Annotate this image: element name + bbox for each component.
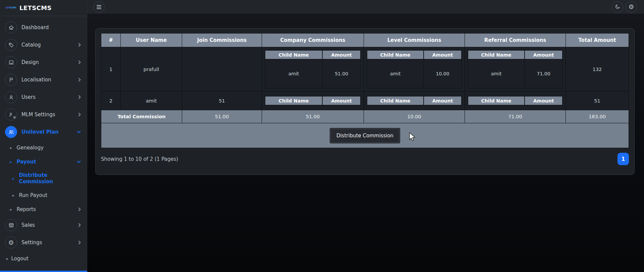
cell-user: prafull <box>121 47 182 91</box>
sidebar-item-distribute-commission[interactable]: ▸ Distribute Commission <box>0 169 87 188</box>
moon-icon <box>615 4 621 10</box>
chevron-right-icon <box>77 241 80 244</box>
col-header-total-amount: Total Amount <box>566 33 629 47</box>
col-header-level-commissions: Level Commissions <box>364 33 465 47</box>
letscms-logo-icon: LET SCMS <box>5 4 16 12</box>
table-header-row: # User Name Join Commissions Company Com… <box>101 33 629 47</box>
nested-header-amount: Amount <box>322 50 361 59</box>
hamburger-icon <box>97 5 101 9</box>
sidebar-item-reports[interactable]: ▸ Reports <box>0 202 87 216</box>
sidebar-item-settings[interactable]: ⚙ Settings <box>0 234 87 251</box>
total-commission-row: Total Commission 51.00 51.00 10.00 71.00… <box>101 110 629 123</box>
nested-cell-child: amit <box>265 59 322 88</box>
chevron-down-icon <box>77 129 80 133</box>
sidebar: LET SCMS LETSCMS Dashboard Catalog <box>0 0 87 272</box>
theme-toggle-button[interactable] <box>612 1 623 13</box>
distribute-commission-button[interactable]: Distribute Commission <box>330 129 399 143</box>
caret-icon: ▸ <box>12 177 14 181</box>
cell-level: Child Name Amount <box>364 91 465 110</box>
sidebar-item-genealogy[interactable]: ▸ Genealogy <box>0 141 87 155</box>
nested-header-child: Child Name <box>468 96 525 105</box>
cell-company: Child Name Amount amit 51.00 <box>262 47 364 91</box>
nested-header-child: Child Name <box>367 96 424 105</box>
sidebar-item-label: Distribute Commission <box>19 172 53 185</box>
sidebar-item-logout[interactable]: ▸ Logout <box>0 251 87 266</box>
nested-header-child: Child Name <box>468 50 525 59</box>
nested-company-table: Child Name Amount <box>265 96 361 106</box>
gear-icon: ⚙ <box>628 4 634 10</box>
sidebar-item-run-payout[interactable]: ▸ Run Payout <box>0 188 87 202</box>
sidebar-item-mlm-settings[interactable]: ⚙ MLM Settings <box>0 106 87 123</box>
cell-total: 132 <box>566 47 629 91</box>
sidebar-item-design[interactable]: Design <box>0 54 87 71</box>
chevron-right-icon <box>77 43 80 47</box>
tag-icon <box>5 39 17 51</box>
nested-header-amount: Amount <box>424 96 462 105</box>
nested-header-child: Child Name <box>265 96 322 105</box>
gear-icon: ⚙ <box>5 236 17 249</box>
sidebar-scrollbar[interactable] <box>0 271 87 272</box>
pagination-page-1[interactable]: 1 <box>618 153 629 165</box>
cell-user: amit <box>121 91 182 110</box>
sidebar-item-label: Users <box>21 94 36 100</box>
caret-icon: ▸ <box>6 257 8 261</box>
topbar: ⚙ <box>87 0 644 14</box>
nested-cell-amount: 10.00 <box>424 59 462 88</box>
total-amount: 183.00 <box>566 110 629 123</box>
nested-cell-amount: 51.00 <box>322 59 361 88</box>
nested-header-amount: Amount <box>525 50 562 59</box>
commissions-card: # User Name Join Commissions Company Com… <box>95 28 635 175</box>
nested-cell-child: amit <box>367 59 424 88</box>
sidebar-item-label: Settings <box>21 240 42 246</box>
sidebar-item-payout[interactable]: ▸ Payout <box>0 155 87 169</box>
sidebar-menu: Dashboard Catalog Design <box>0 16 87 266</box>
sidebar-item-users[interactable]: Users <box>0 88 87 106</box>
total-commission-label: Total Commission <box>101 110 182 123</box>
monitor-icon <box>5 56 17 68</box>
total-level: 10.00 <box>364 110 465 123</box>
menu-toggle-button[interactable] <box>93 1 105 13</box>
nested-cell-amount: 71.00 <box>525 59 562 88</box>
chevron-right-icon <box>77 95 80 99</box>
nested-header-child: Child Name <box>367 50 424 59</box>
card-footer: Showing 1 to 10 of 2 (1 Pages) 1 <box>101 153 629 165</box>
svg-text:LET: LET <box>5 6 10 9</box>
nested-referral-table: Child Name Amount <box>468 96 563 106</box>
commissions-table: # User Name Join Commissions Company Com… <box>101 33 629 148</box>
user-gear-icon: ⚙ <box>5 109 17 121</box>
col-header-join-commissions: Join Commissions <box>182 33 262 47</box>
store-icon <box>5 219 17 231</box>
col-header-referral-commissions: Referral Commissions <box>465 33 566 47</box>
showing-text: Showing 1 to 10 of 2 (1 Pages) <box>101 156 178 162</box>
cell-num: 1 <box>101 47 121 91</box>
settings-button[interactable]: ⚙ <box>626 1 637 13</box>
nested-header-amount: Amount <box>525 96 562 105</box>
topbar-actions: ⚙ <box>612 1 637 13</box>
nested-company-table: Child Name Amount amit 51.00 <box>265 50 361 88</box>
sidebar-item-unilevel-plan[interactable]: Unilevel Plan <box>0 123 87 141</box>
sidebar-item-localisation[interactable]: Localisation <box>0 71 87 88</box>
sidebar-item-label: Payout <box>17 159 36 165</box>
cell-num: 2 <box>101 91 121 110</box>
sidebar-item-catalog[interactable]: Catalog <box>0 36 87 54</box>
total-company: 51.00 <box>262 110 364 123</box>
cell-join <box>182 47 262 91</box>
brand[interactable]: LET SCMS LETSCMS <box>0 0 87 16</box>
nested-header-amount: Amount <box>322 96 361 105</box>
col-header-num: # <box>101 33 121 47</box>
sidebar-item-dashboard[interactable]: Dashboard <box>0 19 87 36</box>
caret-icon: ▸ <box>10 160 12 164</box>
chevron-down-icon <box>77 159 80 163</box>
sidebar-item-label: Localisation <box>21 77 51 83</box>
sidebar-item-label: MLM Settings <box>21 112 55 118</box>
cell-referral: Child Name Amount <box>465 91 566 110</box>
cell-join: 51 <box>182 91 262 110</box>
sidebar-item-label: Dashboard <box>21 24 49 30</box>
sidebar-item-sales[interactable]: Sales <box>0 216 87 234</box>
sidebar-item-label: Sales <box>21 222 35 228</box>
users-icon <box>5 126 17 138</box>
table-row: 2 amit 51 Child Name Amount <box>101 91 629 110</box>
cell-total: 51 <box>566 91 629 110</box>
caret-icon: ▸ <box>10 146 12 150</box>
gear-icon: ⚙ <box>13 116 16 119</box>
